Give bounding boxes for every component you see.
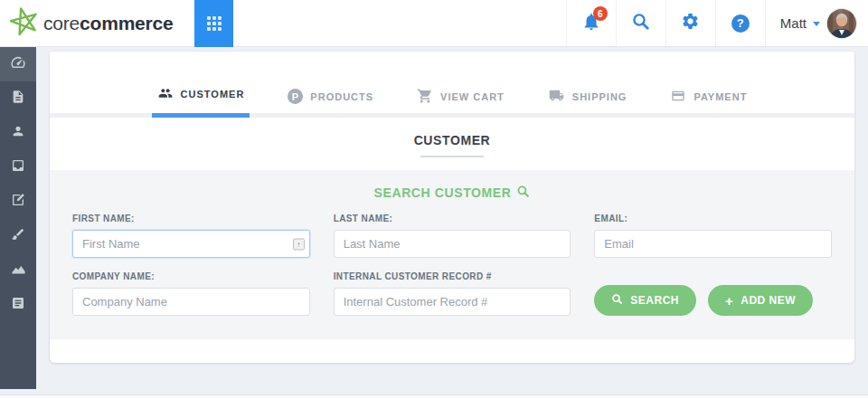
sidebar-item-pages[interactable] — [0, 288, 36, 322]
tab-label: PAYMENT — [693, 91, 747, 102]
heading-divider — [420, 156, 484, 157]
page-title: CUSTOMER — [50, 133, 854, 147]
autofill-extension-icon[interactable]: ↑ — [293, 238, 305, 250]
design-brush-icon — [11, 227, 25, 245]
notifications-button[interactable]: 6 — [566, 0, 616, 46]
sidebar-item-orders[interactable] — [0, 81, 36, 116]
header-search-button[interactable] — [616, 0, 665, 46]
tab-label: SHIPPING — [572, 91, 627, 102]
sidebar-item-design[interactable] — [0, 219, 36, 253]
search-customer-section: SEARCH CUSTOMER FIRST NAME: ↑ — [50, 170, 854, 339]
main-content: CUSTOMER P PRODUCTS VIEW CART SHIPPING — [36, 47, 868, 399]
left-sidebar — [0, 47, 36, 389]
sidebar-item-inbox[interactable] — [0, 150, 36, 185]
card-footer — [50, 339, 854, 363]
internal-record-label: INTERNAL CUSTOMER RECORD # — [334, 271, 571, 281]
tab-products[interactable]: P PRODUCTS — [282, 86, 379, 118]
internal-customer-record-field[interactable] — [334, 288, 571, 316]
top-header: corecommerce 6 — [0, 0, 868, 47]
tab-label: PRODUCTS — [310, 91, 373, 102]
order-entry-card: CUSTOMER P PRODUCTS VIEW CART SHIPPING — [50, 52, 854, 363]
step-tabs: CUSTOMER P PRODUCTS VIEW CART SHIPPING — [50, 52, 854, 118]
search-icon — [631, 12, 650, 34]
section-heading-area: CUSTOMER — [50, 118, 854, 170]
tab-view-cart[interactable]: VIEW CART — [411, 86, 510, 118]
plus-icon: + — [725, 294, 733, 308]
star-logo-icon — [9, 5, 40, 43]
last-name-label: LAST NAME: — [334, 214, 571, 223]
first-name-label: FIRST NAME: — [72, 214, 310, 223]
logo-text: corecommerce — [43, 13, 174, 34]
search-icon-white — [611, 293, 623, 308]
user-avatar — [826, 8, 857, 39]
sidebar-item-edit-forms[interactable] — [0, 185, 36, 219]
cart-icon — [417, 88, 433, 106]
dashboard-icon — [10, 54, 26, 74]
company-name-label: COMPANY NAME: — [72, 271, 310, 281]
email-field[interactable] — [594, 230, 832, 258]
email-label: EMAIL: — [594, 214, 832, 223]
p-circle-icon: P — [288, 89, 303, 104]
company-name-field[interactable] — [72, 288, 310, 316]
bottom-page-strip — [0, 394, 868, 399]
reports-chart-icon — [11, 261, 26, 280]
search-icon-green — [516, 185, 530, 201]
header-actions: 6 ? Matt — [566, 0, 868, 46]
pages-file-icon — [11, 296, 25, 314]
truck-icon — [548, 88, 565, 105]
gear-icon — [681, 12, 700, 34]
search-form: FIRST NAME: ↑ LAST NAME: EMAIL: COMPANY … — [72, 214, 832, 316]
credit-card-icon — [670, 89, 686, 105]
add-new-button[interactable]: + ADD NEW — [708, 285, 813, 316]
people-icon — [157, 86, 174, 102]
question-icon: ? — [731, 14, 750, 33]
notification-badge: 6 — [593, 6, 608, 21]
tab-label: VIEW CART — [440, 91, 505, 102]
tab-label: CUSTOMER — [181, 89, 245, 100]
customers-person-icon — [11, 124, 25, 142]
search-customer-title: SEARCH CUSTOMER — [72, 185, 832, 201]
apps-menu-button[interactable] — [194, 0, 233, 47]
help-button[interactable]: ? — [715, 0, 765, 46]
last-name-field[interactable] — [334, 230, 571, 258]
sidebar-item-dashboard[interactable] — [0, 47, 36, 81]
search-button[interactable]: SEARCH — [594, 285, 696, 316]
tab-payment[interactable]: PAYMENT — [665, 86, 752, 118]
orders-document-icon — [11, 90, 25, 108]
user-menu[interactable]: Matt — [765, 0, 868, 46]
user-name: Matt — [780, 15, 807, 31]
inbox-icon — [11, 158, 25, 176]
app-grid-icon — [207, 16, 222, 31]
tab-shipping[interactable]: SHIPPING — [542, 86, 633, 118]
first-name-field[interactable] — [72, 230, 310, 258]
settings-button[interactable] — [665, 0, 715, 46]
corecommerce-logo[interactable]: corecommerce — [0, 5, 174, 43]
chevron-down-icon — [813, 22, 820, 26]
sidebar-item-reports[interactable] — [0, 253, 36, 288]
form-actions: SEARCH + ADD NEW — [594, 271, 832, 316]
sidebar-item-customers[interactable] — [0, 116, 36, 150]
edit-document-icon — [11, 193, 25, 211]
tab-customer[interactable]: CUSTOMER — [152, 86, 250, 118]
